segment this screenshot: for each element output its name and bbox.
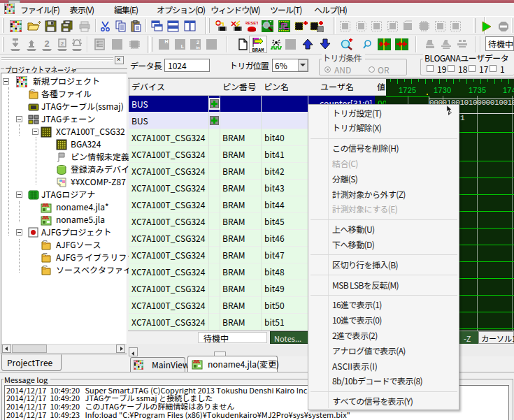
svg-text:RESET: RESET [245,21,258,25]
svg-text:2: 2 [44,38,49,49]
svg-text:L: L [181,44,185,49]
svg-text:H: H [164,39,168,44]
svg-text:2: 2 [197,40,199,45]
svg-text:in: in [196,45,200,50]
svg-text:2: 2 [61,41,64,47]
svg-text:BRAM: BRAM [252,48,264,52]
